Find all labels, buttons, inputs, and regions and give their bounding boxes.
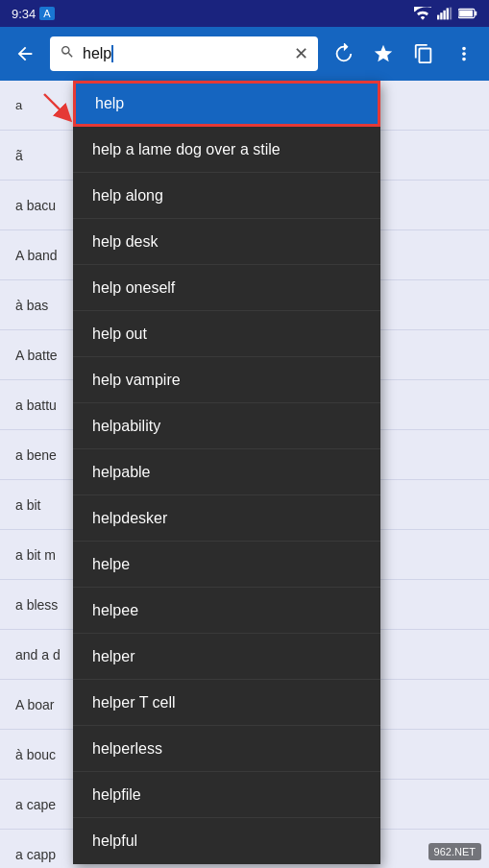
- copy-button[interactable]: [406, 36, 441, 71]
- dropdown-item-help[interactable]: help: [73, 81, 380, 127]
- status-right: [414, 7, 477, 20]
- wifi-icon: [414, 7, 431, 20]
- dropdown-item-helpability[interactable]: helpability: [73, 403, 380, 449]
- status-time: 9:34: [12, 7, 36, 21]
- svg-rect-4: [450, 8, 452, 20]
- svg-line-9: [44, 94, 65, 115]
- dropdown-item-help-out[interactable]: help out: [73, 311, 380, 357]
- more-button[interactable]: [447, 36, 481, 71]
- dropdown-item-help-lame[interactable]: help a lame dog over a stile: [73, 127, 380, 173]
- svg-rect-0: [437, 15, 439, 20]
- dropdown-item-help-oneself[interactable]: help oneself: [73, 265, 380, 311]
- toolbar-icons: [326, 36, 481, 71]
- dropdown-item-helper-t-cell[interactable]: helper T cell: [73, 680, 380, 726]
- svg-rect-1: [440, 12, 442, 19]
- dropdown-item-helpable[interactable]: helpable: [73, 449, 380, 495]
- dropdown-item-helpee[interactable]: helpee: [73, 588, 380, 634]
- autocomplete-dropdown: help help a lame dog over a stile help a…: [73, 81, 380, 864]
- svg-rect-3: [447, 8, 449, 19]
- search-box[interactable]: help ✕: [50, 36, 318, 71]
- status-left: 9:34 A: [12, 7, 55, 21]
- back-button[interactable]: [8, 36, 42, 71]
- dropdown-item-help-along[interactable]: help along: [73, 173, 380, 219]
- svg-rect-2: [443, 11, 445, 20]
- star-button[interactable]: [366, 36, 401, 71]
- history-button[interactable]: [326, 36, 360, 71]
- dropdown-item-help-vampire[interactable]: help vampire: [73, 357, 380, 403]
- svg-rect-7: [475, 12, 477, 16]
- svg-rect-6: [459, 11, 473, 17]
- dropdown-item-helpfile[interactable]: helpfile: [73, 772, 380, 818]
- search-input-value[interactable]: help: [83, 45, 286, 63]
- signal-icon: [437, 7, 452, 20]
- dropdown-item-helperless[interactable]: helperless: [73, 726, 380, 772]
- dropdown-item-helper[interactable]: helper: [73, 634, 380, 680]
- battery-icon: [458, 8, 477, 19]
- app-icon: A: [39, 7, 54, 20]
- status-bar: 9:34 A: [0, 0, 489, 27]
- red-arrow-annotation: [37, 86, 83, 133]
- main-content: a ã a bacu A band à bas A batte a battu …: [0, 81, 489, 868]
- dropdown-item-help-desk[interactable]: help desk: [73, 219, 380, 265]
- dropdown-item-helpdesker[interactable]: helpdesker: [73, 495, 380, 542]
- top-bar: help ✕: [0, 27, 489, 81]
- dropdown-item-helpe[interactable]: helpe: [73, 542, 380, 588]
- dropdown-item-helpful[interactable]: helpful: [73, 818, 380, 864]
- clear-button[interactable]: ✕: [294, 43, 308, 64]
- watermark: 962.NET: [428, 843, 481, 860]
- search-icon: [60, 44, 75, 63]
